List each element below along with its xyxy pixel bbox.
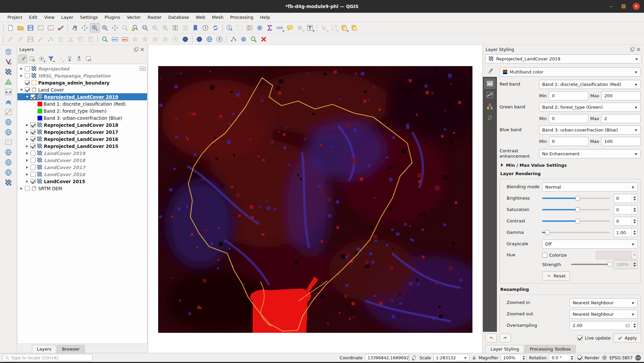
close-panel-button[interactable]: [635, 47, 641, 52]
vertex-tool-button[interactable]: [46, 35, 56, 44]
menu-processing[interactable]: Processing: [227, 14, 257, 21]
georeferencer-button[interactable]: [249, 35, 259, 44]
layer-tree-row[interactable]: LandCover 2019: [17, 150, 147, 157]
add-delimited-text-layer-button[interactable]: a,b: [3, 87, 13, 97]
extents-toggle-icon[interactable]: [411, 355, 417, 361]
layer-visibility-checkbox[interactable]: [25, 66, 30, 71]
layer-visibility-checkbox[interactable]: [30, 137, 36, 142]
menu-raster[interactable]: Raster: [144, 14, 165, 21]
measure-button[interactable]: [275, 23, 285, 33]
minimize-button[interactable]: –: [607, 3, 615, 10]
zoom-to-selection-button[interactable]: [120, 23, 130, 33]
add-wfs-layer-button[interactable]: [3, 168, 13, 177]
add-wms-layer-button[interactable]: [3, 148, 13, 157]
green-min-field[interactable]: 0: [549, 114, 588, 123]
open-project-button[interactable]: [15, 23, 25, 33]
tree-expander[interactable]: [25, 179, 29, 184]
select-features-button[interactable]: [319, 23, 329, 33]
add-virtual-layer-button[interactable]: [3, 138, 13, 147]
save-edits-button[interactable]: [25, 35, 36, 44]
pan-map-button[interactable]: [70, 23, 80, 33]
contrast-enhancement-select[interactable]: No Enhancement: [539, 149, 641, 158]
strength-spin[interactable]: 100%: [614, 260, 638, 269]
renderer-select[interactable]: Multiband color: [500, 67, 641, 76]
highlight-labels-button[interactable]: [140, 35, 150, 44]
save-project-button[interactable]: [25, 23, 36, 33]
grass-tools-button[interactable]: [204, 35, 214, 44]
identify-features-button[interactable]: [224, 23, 235, 33]
tree-expander[interactable]: [25, 95, 29, 99]
toggle-editing-button[interactable]: [15, 35, 25, 44]
undock-panel-button[interactable]: [629, 47, 635, 52]
layer-tree-row[interactable]: Band 2: forest_type (Green): [17, 107, 147, 114]
copy-features-button[interactable]: [76, 35, 86, 44]
tree-expander[interactable]: [19, 187, 23, 191]
copy-style-button[interactable]: [339, 23, 349, 33]
layer-tree-row[interactable]: Land Cover: [17, 86, 147, 93]
menu-database[interactable]: Database: [165, 14, 192, 21]
filter-by-expression-button[interactable]: ε: [56, 55, 65, 63]
green-max-field[interactable]: 2: [601, 114, 641, 123]
show-layout-manager-button[interactable]: [46, 23, 56, 33]
statistical-summary-button[interactable]: [265, 23, 275, 33]
zoom-next-button[interactable]: [160, 23, 170, 33]
layer-diagram-button[interactable]: abc: [120, 35, 130, 44]
layer-visibility-checkbox[interactable]: [30, 122, 36, 127]
menu-plugins[interactable]: Plugins: [101, 14, 124, 21]
tree-expander[interactable]: [25, 172, 29, 176]
add-postgis-layer-button[interactable]: [3, 97, 13, 107]
refresh-button[interactable]: [210, 23, 220, 33]
zoomed-in-select[interactable]: Nearest Neighbour: [570, 298, 638, 307]
tab-layer-styling[interactable]: Layer Styling: [486, 345, 524, 353]
expand-all-button[interactable]: [65, 55, 74, 63]
symbology-tab-button[interactable]: [484, 78, 496, 89]
map-tips-button[interactable]: [285, 23, 295, 33]
add-raster-layer-button[interactable]: [3, 67, 13, 76]
layer-tree-row[interactable]: Band 3: urban-coverfraction (Blue): [17, 114, 147, 121]
menu-edit[interactable]: Edit: [25, 14, 41, 21]
zoom-to-layer-button[interactable]: [130, 23, 140, 33]
layer-visibility-checkbox[interactable]: [30, 165, 36, 170]
paste-features-button[interactable]: [86, 35, 96, 44]
tree-expander[interactable]: [25, 151, 29, 155]
zoom-last-button[interactable]: [150, 23, 160, 33]
layer-tree-row[interactable]: Reprojected_LandCover 2018: [17, 121, 147, 128]
layer-visibility-checkbox[interactable]: [30, 94, 36, 99]
add-group-button[interactable]: [27, 55, 37, 63]
layer-tree-row[interactable]: LandCover 2016: [17, 171, 147, 178]
zoomed-out-select[interactable]: Nearest Neighbour: [570, 310, 638, 319]
zoom-in-button[interactable]: [90, 23, 100, 33]
blue-min-field[interactable]: 0: [549, 137, 588, 146]
metasearch-button[interactable]: [259, 35, 269, 44]
clear-field-icon[interactable]: [625, 323, 630, 328]
strength-slider[interactable]: [571, 262, 610, 267]
tree-expander[interactable]: [25, 137, 29, 141]
layer-visibility-checkbox[interactable]: [25, 80, 30, 85]
oversampling-spin[interactable]: [632, 321, 637, 330]
layer-visibility-checkbox[interactable]: [30, 144, 36, 149]
processing-toolbox-button[interactable]: [255, 23, 265, 33]
new-project-button[interactable]: [5, 23, 15, 33]
layer-tree-row[interactable]: LandCover 2018: [17, 157, 147, 164]
coordinate-field[interactable]: 13396842,1689692: [365, 354, 409, 361]
python-console-button[interactable]: [194, 35, 204, 44]
render-checkbox[interactable]: [577, 355, 582, 360]
transparency-tab-button[interactable]: [484, 90, 496, 100]
history-tab-button[interactable]: [484, 112, 496, 123]
locator-input[interactable]: Type to locate (Ctrl+K): [3, 354, 92, 361]
layer-tree-row[interactable]: LandCover 2017: [17, 164, 147, 171]
zoom-full-button[interactable]: [110, 23, 120, 33]
layer-tree-row[interactable]: Reprojected_LandCover 2017: [17, 128, 147, 136]
add-vector-layer-button[interactable]: [3, 57, 13, 66]
contrast-spin[interactable]: 0: [614, 217, 638, 226]
style-manager-button[interactable]: [56, 23, 66, 33]
new-map-view-button[interactable]: [170, 23, 180, 33]
geometry-checker-button[interactable]: [229, 35, 239, 44]
layer-tree-row[interactable]: Reprojected_LandCover 2015: [17, 143, 147, 150]
saturation-slider[interactable]: [542, 207, 610, 212]
tab-browser[interactable]: Browser: [57, 345, 85, 353]
magnifier-spin[interactable]: 100%: [501, 354, 527, 361]
green-band-select[interactable]: Band 2: forest_type (Green): [539, 103, 641, 112]
colorize-checkbox[interactable]: [542, 253, 547, 258]
add-wcs-layer-button[interactable]: [3, 158, 13, 167]
